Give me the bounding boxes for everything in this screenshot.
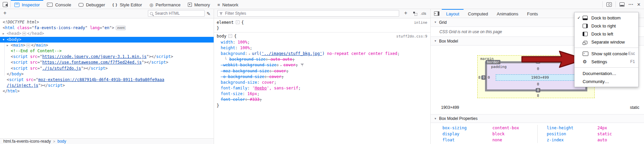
checkmark-icon: ✓ — [577, 15, 583, 20]
css-declaration[interactable]: -webkit-background-size:▸cover; — [214, 62, 430, 68]
property-name[interactable]: float — [442, 137, 492, 143]
class-toggle-button[interactable]: .cls — [421, 11, 426, 15]
css-declaration[interactable]: └ background-size: auto auto; — [214, 57, 430, 62]
markup-row[interactable]: <script src="moz-extension://c887914b-d6… — [0, 77, 214, 83]
expand-twisty-icon[interactable]: ▶ — [7, 43, 8, 48]
tab-animations[interactable]: Animations — [492, 9, 523, 18]
tab-layout[interactable]: Layout — [442, 9, 464, 18]
sidebar-tab-strip: LayoutComputedAnimationsFonts — [442, 9, 542, 18]
collapsed-ellipsis-badge[interactable]: ⋯ — [26, 44, 30, 47]
css-declaration[interactable]: height: 100%; — [214, 45, 430, 51]
markup-row[interactable]: <!--End of Content--> — [0, 48, 214, 54]
pseudo-class-icon[interactable] — [413, 12, 417, 16]
tab-console[interactable]: ›Console — [43, 0, 75, 9]
meatball-menu-icon[interactable]: ⋯ — [628, 3, 633, 6]
markup-row[interactable]: </html> — [0, 88, 214, 94]
box-model-properties-header[interactable]: ▼ Box Model Properties — [431, 114, 644, 123]
property-name[interactable]: line-height — [547, 125, 597, 131]
property-row: z-indexauto — [547, 137, 644, 143]
tab-inspector[interactable]: Inspector — [11, 0, 43, 9]
rules-panel: + .cls element{inline}body{stuff2do.css:… — [214, 9, 431, 144]
breadcrumb-selected[interactable]: body — [57, 139, 66, 144]
sidebar-toggle-icon[interactable]: ▸ — [434, 11, 439, 16]
menu-item-label: Dock to left — [591, 31, 635, 37]
padding-left-value[interactable]: 0 — [488, 75, 490, 80]
padding-bottom-value[interactable]: 0 — [531, 82, 545, 86]
menu-item-dock-to-bottom[interactable]: ✓Dock to bottom — [575, 14, 638, 22]
markup-row[interactable]: <script src="https://use.fontawesome.com… — [0, 60, 214, 65]
margin-left-value[interactable]: 8 — [478, 75, 481, 80]
rule-source-link[interactable]: inline — [414, 20, 427, 25]
markup-row[interactable]: <script src="https://code.jquery.com/jqu… — [0, 54, 214, 60]
markup-row[interactable]: ▼<body> — [0, 37, 214, 43]
property-name[interactable]: box-sizing — [442, 125, 492, 131]
markup-row[interactable]: <!DOCTYPE html> — [0, 19, 214, 25]
expand-twisty-icon[interactable]: ▶ — [3, 31, 4, 37]
markup-row[interactable]: <html class="fa-events-icons-ready" lang… — [0, 25, 214, 31]
add-rule-icon[interactable]: + — [404, 11, 407, 15]
dock-side-icon[interactable] — [620, 2, 625, 7]
menu-item-dock-to-left[interactable]: Dock to left — [575, 30, 638, 38]
content-dimensions: 1903×499 — [531, 75, 549, 80]
menu-item-documentation[interactable]: Documentation… — [575, 69, 638, 77]
property-name[interactable]: z-index — [547, 137, 597, 143]
css-declaration[interactable]: font-family: 'Heebo', sans-serif; — [214, 85, 430, 91]
add-node-icon[interactable]: + — [3, 11, 6, 15]
css-declaration[interactable]: background:▸url('../images/stuff_bkg.jpg… — [214, 51, 430, 57]
tab-performance[interactable]: ◎Performance — [146, 0, 184, 9]
markup-row[interactable]: </body> — [0, 71, 214, 77]
menu-item-show-split-console[interactable]: ›Show split consoleEsc — [575, 50, 638, 58]
tab-memory[interactable]: Memory — [184, 0, 214, 9]
rule-source-link[interactable]: stuff2do.css:9 — [396, 33, 427, 39]
css-declaration[interactable]: width: 100%; — [214, 40, 430, 45]
markup-row[interactable]: /js/inject.js"></script> — [0, 83, 214, 88]
css-declaration[interactable]: -moz-background-size: cover; — [214, 68, 430, 74]
overridden-filter-icon[interactable] — [301, 63, 304, 67]
markup-row[interactable]: ▶<main>⋯</main> — [0, 43, 214, 48]
collapse-twisty-icon[interactable]: ▼ — [3, 37, 4, 43]
close-icon[interactable]: ✕ — [637, 2, 641, 7]
screenshot-camera-icon[interactable] — [606, 2, 612, 7]
tab-label: Memory — [194, 2, 210, 7]
css-declaration[interactable]: font-size: 16px; — [214, 91, 430, 97]
property-value: block — [492, 131, 504, 137]
memory-icon — [188, 3, 192, 7]
tab-computed[interactable]: Computed — [464, 9, 492, 18]
css-declaration[interactable]: background-size: cover; — [214, 80, 430, 85]
border-left-value[interactable]: 0 — [481, 75, 486, 80]
breadcrumb-separator-icon: > — [53, 140, 55, 143]
menu-item-community[interactable]: Community… — [575, 77, 638, 85]
filter-styles-input[interactable] — [217, 10, 399, 17]
tab-fonts[interactable]: Fonts — [523, 9, 542, 18]
debugger-icon — [78, 3, 84, 7]
eyedropper-icon[interactable]: ✎ — [207, 11, 211, 16]
pick-element-icon[interactable] — [3, 2, 8, 7]
css-declaration[interactable]: } — [214, 103, 430, 109]
css-declaration[interactable]: element{inline — [214, 20, 430, 25]
margin-bottom-value[interactable]: 8 — [531, 93, 545, 98]
border-top-value[interactable]: 0 — [531, 59, 545, 64]
search-html-input[interactable] — [148, 10, 205, 17]
menu-item-settings[interactable]: ⚙SettingsF1 — [575, 58, 638, 66]
breadcrumb-node[interactable]: html.fa-events-icons-ready — [3, 139, 51, 144]
property-name[interactable]: display — [442, 131, 492, 137]
padding-top-value[interactable]: 0 — [531, 67, 545, 71]
border-bottom-value[interactable]: 0 — [531, 88, 545, 92]
markup-row[interactable]: <script src="./js/stuff2do.js"></script> — [0, 66, 214, 71]
css-declaration[interactable]: } — [214, 25, 430, 31]
tab-style-editor[interactable]: { }Style Editor — [109, 0, 146, 9]
highlight-selector-icon[interactable] — [236, 20, 239, 24]
property-row: positionstatic — [547, 131, 644, 137]
css-declaration[interactable]: body{stuff2do.css:9 — [214, 33, 430, 39]
event-badge[interactable]: event — [116, 26, 126, 30]
tab-network[interactable]: ≡Network — [214, 0, 242, 9]
css-declaration[interactable]: font-color: #333; — [214, 97, 430, 102]
highlight-selector-icon[interactable] — [228, 34, 232, 38]
property-name[interactable]: position — [547, 131, 597, 137]
collapsed-ellipsis-badge[interactable]: ⋯ — [22, 32, 26, 35]
css-declaration[interactable]: -o-background-size: cover; — [214, 74, 430, 80]
menu-item-separate-window[interactable]: Separate window — [575, 38, 638, 46]
menu-item-dock-to-right[interactable]: Dock to right — [575, 22, 638, 30]
tab-debugger[interactable]: Debugger — [75, 0, 109, 9]
markup-row[interactable]: ▶<head>⋯</head> — [0, 31, 214, 37]
